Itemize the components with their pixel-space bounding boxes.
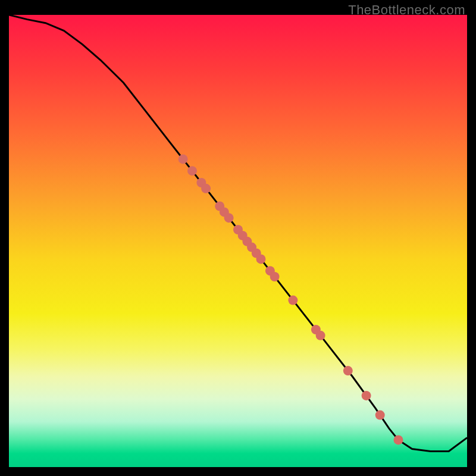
data-point xyxy=(270,272,280,281)
data-point xyxy=(201,184,211,193)
data-point xyxy=(362,391,371,400)
data-point xyxy=(316,331,325,340)
data-point xyxy=(256,254,266,264)
chart-svg xyxy=(9,15,467,467)
data-point xyxy=(375,411,385,420)
data-point xyxy=(288,296,298,305)
data-point xyxy=(343,366,353,375)
data-point xyxy=(178,154,188,164)
data-point xyxy=(224,213,234,223)
data-point xyxy=(394,435,403,444)
chart-plot-area xyxy=(9,15,467,467)
data-point xyxy=(187,166,197,176)
